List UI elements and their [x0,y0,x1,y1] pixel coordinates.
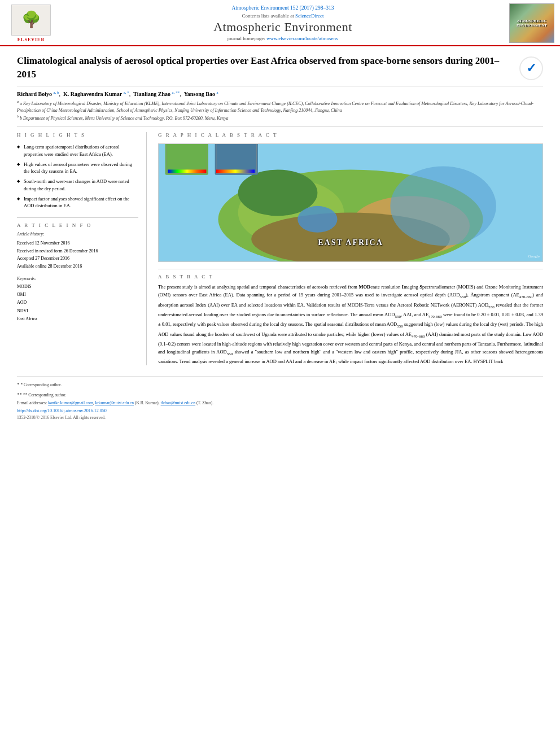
author-kumar-sup: a, * [124,90,129,95]
revised-date: Received in revised form 26 December 201… [17,247,138,255]
abstract-heading: A B S T R A C T [158,274,543,279]
email4-link[interactable]: tlzhao@nuist.edu.cn [161,400,195,405]
sciencedirect-link[interactable]: ScienceDirect [295,13,323,19]
kw-ea: East Africa [17,315,138,323]
author-richard-sup: a, b [53,90,59,95]
available-date: Available online 28 December 2016 [17,263,138,270]
crossmark-badge[interactable]: ✓ [519,56,543,80]
doi-link[interactable]: http://dx.doi.org/10.1016/j.atmosenv.201… [17,408,543,413]
kw-aod: AOD [17,299,138,307]
highlight-4: Impact factor analyses showed significan… [17,195,138,210]
elsevier-tree-icon: 🌳 [21,12,41,28]
star2-note: ** ** Corresponding author. [17,391,543,399]
svg-rect-10 [168,170,206,173]
highlight-3: South-north and west-east changes in AOD… [17,178,138,193]
homepage-label: journal homepage: [228,36,265,41]
crossmark-icon: ✓ [526,61,536,76]
footer-section: * * Corresponding author. ** ** Correspo… [17,377,543,420]
aff-a-text: a Key Laboratory of Meteorological Disas… [17,101,533,113]
highlight-1: Long-term spatiotemporal distributions o… [17,143,138,158]
cover-label: ATMOSPHERIC ENVIRONMENT [512,19,552,28]
journal-cover-image: ATMOSPHERIC ENVIRONMENT [509,3,554,43]
aff-marker-a: a [17,100,19,103]
authors-line: Richard Boiyo a, b, K. Raghavendra Kumar… [17,90,543,97]
keywords-list: MODIS OMI AOD NDVI East Africa [17,283,138,324]
history-dates: Received 12 November 2016 Received in re… [17,239,138,270]
contents-line: Contents lists available at ScienceDirec… [56,13,509,19]
left-column: H I G H L I G H T S Long-term spatiotemp… [17,132,147,365]
svg-point-6 [390,167,496,246]
star-note-text: * Corresponding author. [20,382,62,387]
keywords-label: Keywords: [17,276,138,281]
email5-text: (T. Zhao). [196,400,213,405]
author-bao-sup: a [216,90,218,95]
journal-main-title: Atmospheric Environment [56,20,509,34]
content-wrap: Climatological analysis of aerosol optic… [0,46,560,420]
svg-rect-13 [216,170,255,173]
abstract-content: The present study is aimed at analyzing … [158,284,543,364]
article-title-section: Climatological analysis of aerosol optic… [17,46,543,86]
author-bao: Yansong Bao [184,91,215,97]
author-richard: Richard Boiyo [17,91,52,97]
email-label: E-mail addresses: [17,400,47,405]
elsevier-logo: 🌳 ELSEVIER [6,5,56,42]
affiliations-block: a a Key Laboratory of Meteorological Dis… [17,99,543,126]
elsevier-wordmark: ELSEVIER [18,37,45,42]
aff-b-text: b Department of Physical Sciences, Meru … [20,115,228,120]
doi-anchor[interactable]: http://dx.doi.org/10.1016/j.atmosenv.201… [17,408,107,413]
aff-marker-b: b [17,115,19,118]
homepage-link[interactable]: www.elsevier.com/locate/atmosenv [266,36,338,41]
article-info-heading: A R T I C L E I N F O [17,217,138,228]
author-zhao: Tianliang Zhao [133,91,170,97]
graphical-abstract-heading: G R A P H I C A L A B S T R A C T [158,132,543,139]
affiliation-a: a a Key Laboratory of Meteorological Dis… [17,99,543,114]
email2-link[interactable]: krkumar@nuist.edu.cn [95,400,134,405]
accepted-date: Accepted 27 December 2016 [17,255,138,263]
keywords-section: Keywords: MODIS OMI AOD NDVI East Africa [17,276,138,324]
journal-header-center: Atmospheric Environment 152 (2017) 298–3… [56,5,509,41]
elsevier-logo-box: 🌳 [11,5,51,36]
svg-point-7 [298,206,337,233]
affiliation-b: b b Department of Physical Sciences, Mer… [17,114,543,122]
east-africa-map-label: EAST AFRICA [318,238,383,247]
citation-text: Atmospheric Environment 152 (2017) 298–3… [231,5,334,11]
contents-text: Contents lists available at [242,13,294,19]
kw-ndvi: NDVI [17,307,138,315]
two-col-layout: H I G H L I G H T S Long-term spatiotemp… [17,132,543,365]
right-column: G R A P H I C A L A B S T R A C T [158,132,543,365]
author-zhao-sup: a, ** [172,90,180,95]
modis-bold: MOD [358,284,370,290]
star-note: * * Corresponding author. [17,381,543,388]
google-watermark: Google [528,254,540,259]
author-kumar: K. Raghavendra Kumar [63,91,122,97]
kw-omi: OMI [17,291,138,299]
abstract-section: A B S T R A C T The present study is aim… [158,269,543,365]
abstract-text: The present study is aimed at analyzing … [158,283,543,365]
journal-citation: Atmospheric Environment 152 (2017) 298–3… [56,5,509,11]
copyright-text: 1352-2310/© 2016 Elsevier Ltd. All right… [17,415,543,420]
email3-text: (K.R. Kumar), [135,400,160,405]
history-label: Article history: [17,231,138,237]
highlights-list: Long-term spatiotemporal distributions o… [17,143,138,209]
article-title: Climatological analysis of aerosol optic… [17,54,519,81]
journal-header: 🌳 ELSEVIER Atmospheric Environment 152 (… [0,0,560,46]
kw-modis: MODIS [17,283,138,291]
star-symbol: * [17,382,20,387]
graphical-abstract-image: EAST AFRICA Google [158,143,543,262]
footer-email-line: E-mail addresses: kanike.kumar@gmail.com… [17,400,543,405]
received-date: Received 12 November 2016 [17,239,138,247]
email1-link[interactable]: kanike.kumar@gmail.com [48,400,93,405]
star2-note-text: ** Corresponding author. [23,392,66,397]
imaging-bold: I [402,284,404,290]
journal-homepage: journal homepage: www.elsevier.com/locat… [56,36,509,41]
article-info-section: A R T I C L E I N F O Article history: R… [17,217,138,323]
highlight-2: High values of aerosol parameters were o… [17,161,138,176]
star2-symbol: ** [17,392,22,397]
spectro-bold: S [419,284,422,290]
highlights-heading: H I G H L I G H T S [17,132,138,139]
